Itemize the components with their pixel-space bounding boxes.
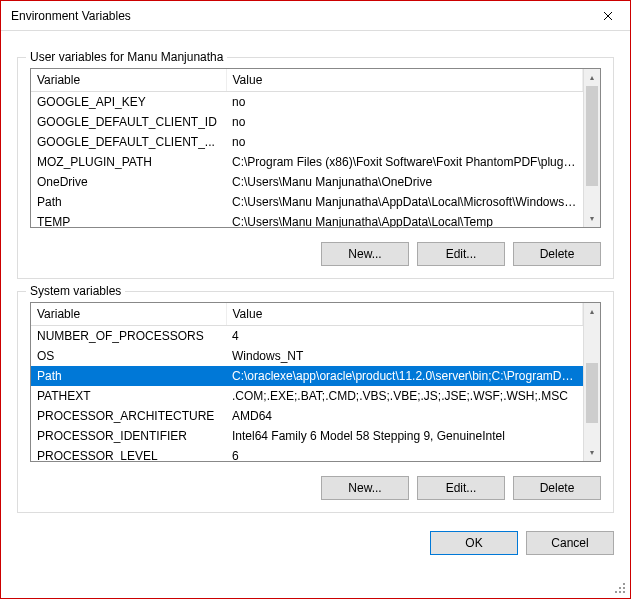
table-row[interactable]: TEMPC:\Users\Manu Manjunatha\AppData\Loc… [31, 212, 583, 228]
system-button-row: New... Edit... Delete [30, 476, 601, 500]
system-scrollbar[interactable]: ▴ ▾ [583, 303, 600, 461]
system-variables-table[interactable]: Variable Value NUMBER_OF_PROCESSORS4OSWi… [31, 303, 583, 461]
table-row[interactable]: PROCESSOR_IDENTIFIERIntel64 Family 6 Mod… [31, 426, 583, 446]
svg-rect-3 [615, 591, 617, 593]
variable-cell: MOZ_PLUGIN_PATH [31, 152, 226, 172]
system-variables-table-wrap: Variable Value NUMBER_OF_PROCESSORS4OSWi… [30, 302, 601, 462]
scroll-down-icon[interactable]: ▾ [584, 210, 600, 227]
variable-cell: GOOGLE_API_KEY [31, 92, 226, 112]
user-delete-button[interactable]: Delete [513, 242, 601, 266]
table-row[interactable]: GOOGLE_DEFAULT_CLIENT_...no [31, 132, 583, 152]
scroll-up-icon[interactable]: ▴ [584, 303, 600, 320]
scroll-up-icon[interactable]: ▴ [584, 69, 600, 86]
user-variables-table[interactable]: Variable Value GOOGLE_API_KEYnoGOOGLE_DE… [31, 69, 583, 227]
table-row[interactable]: PROCESSOR_LEVEL6 [31, 446, 583, 462]
svg-rect-5 [623, 591, 625, 593]
system-col-value[interactable]: Value [226, 303, 583, 326]
titlebar: Environment Variables [1, 1, 630, 31]
value-cell: no [226, 112, 583, 132]
variable-cell: PROCESSOR_ARCHITECTURE [31, 406, 226, 426]
value-cell: no [226, 132, 583, 152]
user-button-row: New... Edit... Delete [30, 242, 601, 266]
svg-rect-1 [619, 587, 621, 589]
variable-cell: Path [31, 366, 226, 386]
table-row[interactable]: NUMBER_OF_PROCESSORS4 [31, 326, 583, 346]
scrollbar-thumb[interactable] [586, 363, 598, 423]
svg-rect-4 [619, 591, 621, 593]
variable-cell: TEMP [31, 212, 226, 228]
svg-rect-2 [623, 587, 625, 589]
system-variables-group: System variables Variable Value NUMBER_O… [17, 291, 614, 513]
value-cell: C:\oraclexe\app\oracle\product\11.2.0\se… [226, 366, 583, 386]
variable-cell: Path [31, 192, 226, 212]
value-cell: C:\Users\Manu Manjunatha\AppData\Local\M… [226, 192, 583, 212]
value-cell: Windows_NT [226, 346, 583, 366]
user-variables-table-wrap: Variable Value GOOGLE_API_KEYnoGOOGLE_DE… [30, 68, 601, 228]
user-col-variable[interactable]: Variable [31, 69, 226, 92]
value-cell: .COM;.EXE;.BAT;.CMD;.VBS;.VBE;.JS;.JSE;.… [226, 386, 583, 406]
variable-cell: OS [31, 346, 226, 366]
system-edit-button[interactable]: Edit... [417, 476, 505, 500]
resize-grip-icon[interactable] [615, 583, 627, 595]
user-new-button[interactable]: New... [321, 242, 409, 266]
scroll-down-icon[interactable]: ▾ [584, 444, 600, 461]
table-row[interactable]: GOOGLE_DEFAULT_CLIENT_IDno [31, 112, 583, 132]
table-row[interactable]: OneDriveC:\Users\Manu Manjunatha\OneDriv… [31, 172, 583, 192]
table-row[interactable]: PathC:\Users\Manu Manjunatha\AppData\Loc… [31, 192, 583, 212]
system-group-legend: System variables [26, 284, 125, 298]
cancel-button[interactable]: Cancel [526, 531, 614, 555]
variable-cell: PATHEXT [31, 386, 226, 406]
value-cell: 6 [226, 446, 583, 462]
close-icon [603, 11, 613, 21]
scrollbar-thumb[interactable] [586, 86, 598, 186]
system-new-button[interactable]: New... [321, 476, 409, 500]
system-col-variable[interactable]: Variable [31, 303, 226, 326]
value-cell: 4 [226, 326, 583, 346]
user-group-legend: User variables for Manu Manjunatha [26, 50, 227, 64]
user-scrollbar[interactable]: ▴ ▾ [583, 69, 600, 227]
table-row[interactable]: GOOGLE_API_KEYno [31, 92, 583, 112]
table-row[interactable]: MOZ_PLUGIN_PATHC:\Program Files (x86)\Fo… [31, 152, 583, 172]
variable-cell: PROCESSOR_IDENTIFIER [31, 426, 226, 446]
value-cell: Intel64 Family 6 Model 58 Stepping 9, Ge… [226, 426, 583, 446]
variable-cell: OneDrive [31, 172, 226, 192]
value-cell: C:\Users\Manu Manjunatha\OneDrive [226, 172, 583, 192]
ok-button[interactable]: OK [430, 531, 518, 555]
table-row[interactable]: PROCESSOR_ARCHITECTUREAMD64 [31, 406, 583, 426]
dialog-button-row: OK Cancel [17, 531, 614, 555]
variable-cell: NUMBER_OF_PROCESSORS [31, 326, 226, 346]
variable-cell: GOOGLE_DEFAULT_CLIENT_ID [31, 112, 226, 132]
table-row[interactable]: PATHEXT.COM;.EXE;.BAT;.CMD;.VBS;.VBE;.JS… [31, 386, 583, 406]
value-cell: AMD64 [226, 406, 583, 426]
dialog-content: User variables for Manu Manjunatha Varia… [1, 31, 630, 565]
user-edit-button[interactable]: Edit... [417, 242, 505, 266]
value-cell: no [226, 92, 583, 112]
table-row[interactable]: OSWindows_NT [31, 346, 583, 366]
variable-cell: PROCESSOR_LEVEL [31, 446, 226, 462]
svg-rect-0 [623, 583, 625, 585]
system-delete-button[interactable]: Delete [513, 476, 601, 500]
user-variables-group: User variables for Manu Manjunatha Varia… [17, 57, 614, 279]
variable-cell: GOOGLE_DEFAULT_CLIENT_... [31, 132, 226, 152]
close-button[interactable] [585, 1, 630, 30]
user-col-value[interactable]: Value [226, 69, 583, 92]
window-title: Environment Variables [11, 9, 585, 23]
table-row[interactable]: PathC:\oraclexe\app\oracle\product\11.2.… [31, 366, 583, 386]
value-cell: C:\Users\Manu Manjunatha\AppData\Local\T… [226, 212, 583, 228]
value-cell: C:\Program Files (x86)\Foxit Software\Fo… [226, 152, 583, 172]
